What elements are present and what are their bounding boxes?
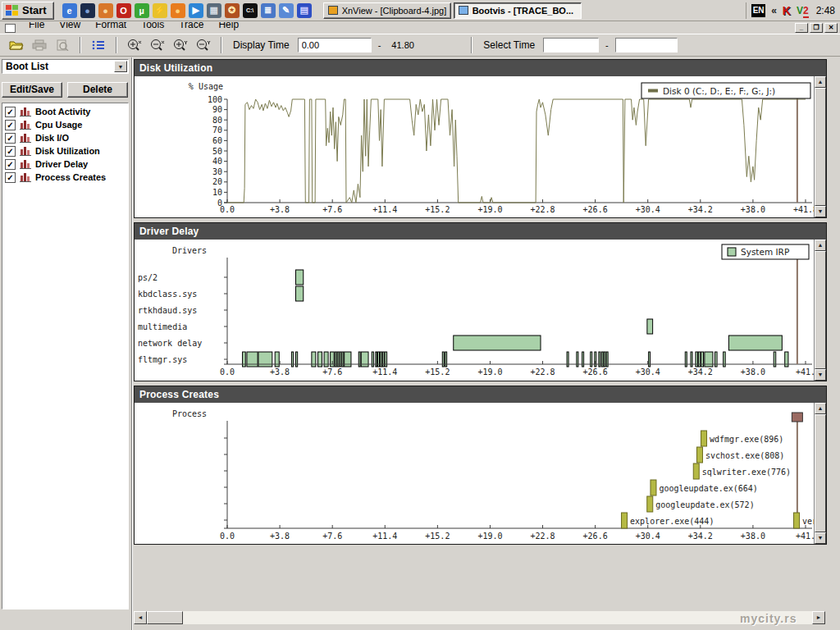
boot-list-combobox[interactable]: Boot List ▼ (2, 59, 129, 74)
checkbox[interactable]: ✓ (5, 120, 16, 130)
svg-text:+3.8: +3.8 (270, 368, 290, 377)
svg-text:+19.0: +19.0 (477, 205, 502, 214)
vertical-scrollbar[interactable]: ▲ ▼ (814, 76, 826, 217)
boot-list-item-label: Driver Delay (35, 159, 88, 169)
boot-list-item-label: Disk I/O (35, 133, 69, 143)
svg-text:+34.2: +34.2 (688, 368, 713, 377)
scroll-down-icon[interactable]: ▼ (815, 206, 826, 217)
menu-file[interactable]: File (21, 22, 52, 30)
start-label: Start (22, 4, 47, 16)
checkbox[interactable]: ✓ (5, 172, 16, 183)
scroll-up-icon[interactable]: ▲ (815, 403, 826, 414)
svg-text:+7.6: +7.6 (322, 368, 342, 377)
checkbox[interactable]: ✓ (5, 133, 16, 144)
svg-text:fltmgr.sys: fltmgr.sys (138, 355, 187, 364)
bar-chart-icon (20, 171, 31, 184)
delete-button[interactable]: Delete (67, 82, 128, 98)
scroll-up-icon[interactable]: ▲ (815, 76, 826, 88)
open-file-button[interactable] (7, 36, 26, 54)
main-area: Disk Utilization 0102030405060708090100%… (134, 0, 827, 630)
menu-view[interactable]: View (52, 22, 88, 30)
driver-delay-chart[interactable]: Driversps/2kbdclass.sysrtkhdaud.sysmulti… (135, 240, 814, 381)
svg-text:+22.8: +22.8 (530, 532, 555, 541)
scroll-up-icon[interactable]: ▲ (815, 240, 826, 251)
screen: Start e●●Oµ⚡●▶▦✪C:\≣✎▤ XnView - [Clipboa… (0, 0, 840, 630)
svg-text:100: 100 (208, 95, 222, 104)
boot-list-item[interactable]: ✓Driver Delay (2, 158, 128, 171)
bar-chart-icon (20, 106, 31, 116)
edit-save-button[interactable]: Edit/Save (2, 82, 62, 98)
svg-text:+26.6: +26.6 (583, 368, 608, 377)
scroll-right-icon[interactable]: ► (812, 611, 825, 624)
bar-chart-icon (20, 106, 31, 118)
boot-list-item-label: Boot Activity (35, 107, 90, 116)
scrollbar-thumb[interactable] (147, 611, 183, 624)
toolbar-separator (116, 37, 117, 53)
boot-list-listbox[interactable]: ✓Boot Activity✓Cpu Usage✓Disk I/O✓Disk U… (2, 103, 129, 609)
boot-list-value: Boot List (2, 61, 114, 72)
svg-text:+11.4: +11.4 (372, 368, 397, 377)
bar-chart-icon (20, 145, 31, 158)
svg-text:Drivers: Drivers (172, 246, 207, 255)
chevron-down-icon[interactable]: ▼ (114, 61, 127, 72)
menu-format[interactable]: Format (88, 22, 134, 30)
boot-list-item[interactable]: ✓Disk Utilization (2, 144, 128, 158)
checkbox[interactable]: ✓ (5, 146, 16, 157)
boot-list-item-label: Disk Utilization (35, 146, 100, 156)
svg-text:+26.6: +26.6 (583, 532, 608, 541)
boot-list-item[interactable]: ✓Process Creates (2, 171, 128, 184)
opera-icon[interactable]: O (116, 3, 131, 18)
svg-text:+30.4: +30.4 (636, 205, 660, 214)
scrollbar-thumb[interactable] (815, 414, 826, 532)
checkbox[interactable]: ✓ (5, 159, 16, 170)
svg-text:+22.8: +22.8 (530, 205, 555, 214)
svg-text:wdfmgr.exe(896): wdfmgr.exe(896) (710, 435, 783, 444)
boot-list-item[interactable]: ✓Boot Activity (2, 105, 128, 118)
svg-text:+15.2: +15.2 (425, 368, 450, 377)
svg-text:+30.4: +30.4 (636, 368, 660, 377)
checkbox[interactable]: ✓ (5, 107, 16, 117)
svg-text:+7.6: +7.6 (322, 532, 342, 541)
svg-text:+3.8: +3.8 (270, 205, 290, 214)
svg-text:+19.0: +19.0 (477, 368, 502, 377)
internet-explorer-icon[interactable]: e (62, 3, 77, 18)
svg-text:90: 90 (212, 105, 222, 114)
svg-text:10: 10 (212, 188, 222, 197)
process-creates-chart[interactable]: Process0.0+3.8+7.6+11.4+15.2+19.0+22.8+2… (135, 403, 814, 544)
list-view-button[interactable] (89, 36, 108, 54)
svg-text:ver: ver (802, 517, 814, 526)
panel-title: Driver Delay (135, 223, 826, 240)
print-preview-icon (56, 39, 69, 51)
svg-text:0.0: 0.0 (220, 205, 235, 214)
browser-globe-icon[interactable]: ● (80, 3, 95, 18)
scrollbar-thumb[interactable] (815, 88, 826, 206)
scroll-down-icon[interactable]: ▼ (815, 532, 826, 544)
print-button[interactable] (30, 36, 49, 54)
vertical-scrollbar[interactable]: ▲ ▼ (814, 403, 826, 544)
scrollbar-track[interactable] (183, 611, 812, 624)
horizontal-scrollbar[interactable]: ◄ ► (134, 611, 825, 624)
browser-ball-icon[interactable]: ● (98, 3, 113, 18)
bar-chart-icon (20, 119, 31, 130)
svg-text:+7.6: +7.6 (322, 205, 342, 214)
svg-text:kbdclass.sys: kbdclass.sys (138, 290, 197, 299)
start-button[interactable]: Start (2, 2, 54, 20)
process-creates-panel: Process Creates Process0.0+3.8+7.6+11.4+… (134, 386, 827, 545)
svg-text:+11.4: +11.4 (372, 205, 397, 214)
boot-list-item[interactable]: ✓Disk I/O (2, 131, 128, 144)
scroll-left-icon[interactable]: ◄ (134, 611, 147, 624)
boot-list-item[interactable]: ✓Cpu Usage (2, 118, 128, 131)
svg-text:60: 60 (212, 136, 222, 145)
vertical-scrollbar[interactable]: ▲ ▼ (814, 240, 826, 381)
disk-utilization-chart[interactable]: 0102030405060708090100% Usage0.0+3.8+7.6… (135, 76, 814, 217)
svg-text:+22.8: +22.8 (530, 368, 555, 377)
scroll-down-icon[interactable]: ▼ (815, 369, 826, 381)
mdi-document-icon[interactable] (5, 24, 16, 33)
svg-text:ps/2: ps/2 (138, 273, 158, 282)
driver-delay-panel: Driver Delay Driversps/2kbdclass.sysrtkh… (134, 222, 827, 381)
scrollbar-thumb[interactable] (815, 251, 826, 369)
print-preview-button[interactable] (52, 36, 72, 54)
svg-text:+41.: +41. (796, 532, 814, 541)
svg-text:+34.2: +34.2 (688, 205, 713, 214)
svg-text:+38.0: +38.0 (741, 368, 765, 377)
